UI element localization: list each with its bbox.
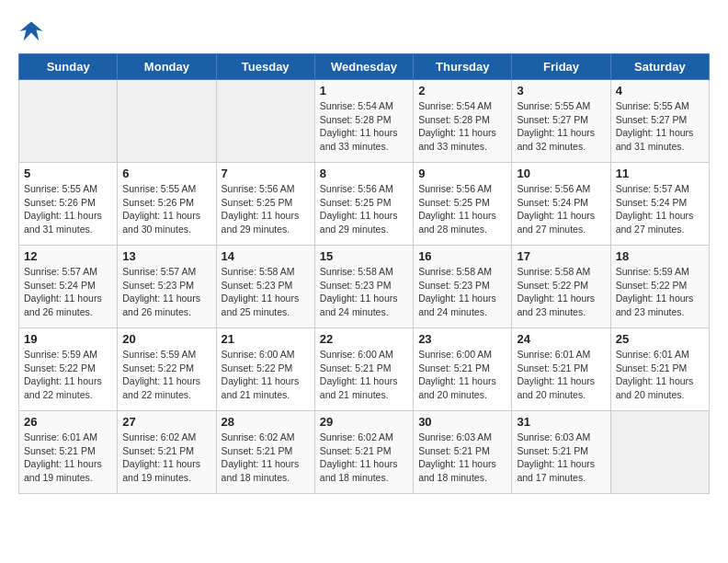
day-number: 29	[320, 415, 408, 429]
calendar-cell: 24Sunrise: 6:01 AM Sunset: 5:21 PM Dayli…	[512, 328, 610, 411]
calendar-cell: 25Sunrise: 6:01 AM Sunset: 5:21 PM Dayli…	[610, 328, 709, 411]
calendar-cell: 26Sunrise: 6:01 AM Sunset: 5:21 PM Dayli…	[19, 411, 118, 494]
day-info: Sunrise: 6:01 AM Sunset: 5:21 PM Dayligh…	[517, 348, 605, 402]
day-info: Sunrise: 5:56 AM Sunset: 5:25 PM Dayligh…	[418, 182, 506, 236]
day-info: Sunrise: 5:59 AM Sunset: 5:22 PM Dayligh…	[616, 265, 704, 319]
day-number: 4	[616, 84, 704, 98]
day-info: Sunrise: 6:01 AM Sunset: 5:21 PM Dayligh…	[24, 431, 112, 485]
day-info: Sunrise: 6:00 AM Sunset: 5:22 PM Dayligh…	[222, 348, 310, 402]
day-header-tuesday: Tuesday	[216, 54, 314, 80]
day-number: 16	[418, 249, 506, 263]
calendar-cell: 1Sunrise: 5:54 AM Sunset: 5:28 PM Daylig…	[314, 80, 413, 163]
day-number: 19	[24, 332, 112, 346]
day-info: Sunrise: 5:58 AM Sunset: 5:23 PM Dayligh…	[418, 265, 506, 319]
day-info: Sunrise: 5:56 AM Sunset: 5:24 PM Dayligh…	[517, 182, 605, 236]
calendar-cell: 22Sunrise: 6:00 AM Sunset: 5:21 PM Dayli…	[314, 328, 413, 411]
day-info: Sunrise: 5:54 AM Sunset: 5:28 PM Dayligh…	[320, 99, 408, 154]
day-number: 31	[517, 415, 605, 429]
day-info: Sunrise: 6:03 AM Sunset: 5:21 PM Dayligh…	[517, 431, 605, 485]
day-number: 6	[122, 167, 210, 180]
day-number: 23	[418, 332, 506, 346]
day-info: Sunrise: 5:55 AM Sunset: 5:26 PM Dayligh…	[122, 182, 210, 236]
calendar-cell: 21Sunrise: 6:00 AM Sunset: 5:22 PM Dayli…	[216, 328, 314, 411]
day-info: Sunrise: 5:55 AM Sunset: 5:27 PM Dayligh…	[517, 99, 605, 154]
calendar-cell: 20Sunrise: 5:59 AM Sunset: 5:22 PM Dayli…	[118, 328, 216, 411]
calendar-cell	[216, 80, 314, 163]
header	[18, 18, 710, 44]
day-number: 17	[517, 249, 605, 263]
calendar-cell: 4Sunrise: 5:55 AM Sunset: 5:27 PM Daylig…	[610, 80, 709, 163]
logo-bird-icon	[18, 18, 44, 44]
calendar-cell: 17Sunrise: 5:58 AM Sunset: 5:22 PM Dayli…	[512, 246, 610, 328]
calendar-cell: 16Sunrise: 5:58 AM Sunset: 5:23 PM Dayli…	[414, 246, 512, 328]
calendar-cell: 2Sunrise: 5:54 AM Sunset: 5:28 PM Daylig…	[414, 80, 512, 163]
day-number: 13	[122, 249, 210, 263]
day-number: 25	[616, 332, 704, 346]
calendar-cell	[610, 411, 709, 494]
calendar-cell: 11Sunrise: 5:57 AM Sunset: 5:24 PM Dayli…	[610, 163, 709, 246]
day-number: 22	[320, 332, 408, 346]
day-number: 2	[418, 84, 506, 98]
day-number: 10	[517, 167, 605, 180]
calendar-cell: 23Sunrise: 6:00 AM Sunset: 5:21 PM Dayli…	[414, 328, 512, 411]
calendar-cell: 14Sunrise: 5:58 AM Sunset: 5:23 PM Dayli…	[216, 246, 314, 328]
day-info: Sunrise: 5:58 AM Sunset: 5:23 PM Dayligh…	[320, 265, 408, 319]
day-number: 30	[418, 415, 506, 429]
day-header-sunday: Sunday	[19, 54, 118, 80]
day-info: Sunrise: 6:01 AM Sunset: 5:21 PM Dayligh…	[616, 348, 704, 402]
day-number: 1	[320, 84, 408, 98]
day-number: 20	[122, 332, 210, 346]
svg-marker-0	[19, 22, 42, 41]
week-row-4: 19Sunrise: 5:59 AM Sunset: 5:22 PM Dayli…	[19, 328, 710, 411]
calendar-cell: 19Sunrise: 5:59 AM Sunset: 5:22 PM Dayli…	[19, 328, 118, 411]
calendar-cell: 31Sunrise: 6:03 AM Sunset: 5:21 PM Dayli…	[512, 411, 610, 494]
day-header-monday: Monday	[118, 54, 216, 80]
calendar-cell: 6Sunrise: 5:55 AM Sunset: 5:26 PM Daylig…	[118, 163, 216, 246]
calendar-table: SundayMondayTuesdayWednesdayThursdayFrid…	[18, 53, 710, 494]
week-row-3: 12Sunrise: 5:57 AM Sunset: 5:24 PM Dayli…	[19, 246, 710, 328]
day-number: 28	[222, 415, 310, 429]
day-number: 11	[616, 167, 704, 180]
day-info: Sunrise: 5:57 AM Sunset: 5:23 PM Dayligh…	[122, 265, 210, 319]
calendar-cell: 18Sunrise: 5:59 AM Sunset: 5:22 PM Dayli…	[610, 246, 709, 328]
calendar-cell: 28Sunrise: 6:02 AM Sunset: 5:21 PM Dayli…	[216, 411, 314, 494]
calendar-cell: 27Sunrise: 6:02 AM Sunset: 5:21 PM Dayli…	[118, 411, 216, 494]
day-info: Sunrise: 6:00 AM Sunset: 5:21 PM Dayligh…	[320, 348, 408, 402]
day-number: 27	[122, 415, 210, 429]
day-number: 5	[24, 167, 112, 180]
calendar-cell: 29Sunrise: 6:02 AM Sunset: 5:21 PM Dayli…	[314, 411, 413, 494]
day-number: 8	[320, 167, 408, 180]
calendar-cell: 30Sunrise: 6:03 AM Sunset: 5:21 PM Dayli…	[414, 411, 512, 494]
calendar-cell: 8Sunrise: 5:56 AM Sunset: 5:25 PM Daylig…	[314, 163, 413, 246]
week-row-5: 26Sunrise: 6:01 AM Sunset: 5:21 PM Dayli…	[19, 411, 710, 494]
day-number: 7	[222, 167, 310, 180]
day-info: Sunrise: 5:58 AM Sunset: 5:22 PM Dayligh…	[517, 265, 605, 319]
calendar-cell	[118, 80, 216, 163]
day-info: Sunrise: 5:57 AM Sunset: 5:24 PM Dayligh…	[616, 182, 704, 236]
calendar-cell: 13Sunrise: 5:57 AM Sunset: 5:23 PM Dayli…	[118, 246, 216, 328]
day-number: 18	[616, 249, 704, 263]
day-header-thursday: Thursday	[414, 54, 512, 80]
calendar-cell: 15Sunrise: 5:58 AM Sunset: 5:23 PM Dayli…	[314, 246, 413, 328]
day-number: 14	[222, 249, 310, 263]
day-info: Sunrise: 6:02 AM Sunset: 5:21 PM Dayligh…	[320, 431, 408, 485]
day-info: Sunrise: 5:59 AM Sunset: 5:22 PM Dayligh…	[24, 348, 112, 402]
day-info: Sunrise: 5:56 AM Sunset: 5:25 PM Dayligh…	[222, 182, 310, 236]
calendar-cell: 5Sunrise: 5:55 AM Sunset: 5:26 PM Daylig…	[19, 163, 118, 246]
day-info: Sunrise: 5:59 AM Sunset: 5:22 PM Dayligh…	[122, 348, 210, 402]
day-number: 26	[24, 415, 112, 429]
week-row-1: 1Sunrise: 5:54 AM Sunset: 5:28 PM Daylig…	[19, 80, 710, 163]
calendar-body: 1Sunrise: 5:54 AM Sunset: 5:28 PM Daylig…	[19, 80, 710, 494]
day-info: Sunrise: 5:55 AM Sunset: 5:27 PM Dayligh…	[616, 99, 704, 154]
day-info: Sunrise: 5:55 AM Sunset: 5:26 PM Dayligh…	[24, 182, 112, 236]
day-number: 21	[222, 332, 310, 346]
day-number: 3	[517, 84, 605, 98]
day-header-saturday: Saturday	[610, 54, 709, 80]
calendar-cell	[19, 80, 118, 163]
day-info: Sunrise: 5:57 AM Sunset: 5:24 PM Dayligh…	[24, 265, 112, 319]
calendar-cell: 12Sunrise: 5:57 AM Sunset: 5:24 PM Dayli…	[19, 246, 118, 328]
day-info: Sunrise: 5:54 AM Sunset: 5:28 PM Dayligh…	[418, 99, 506, 154]
logo	[18, 18, 48, 44]
day-number: 24	[517, 332, 605, 346]
day-info: Sunrise: 5:58 AM Sunset: 5:23 PM Dayligh…	[222, 265, 310, 319]
